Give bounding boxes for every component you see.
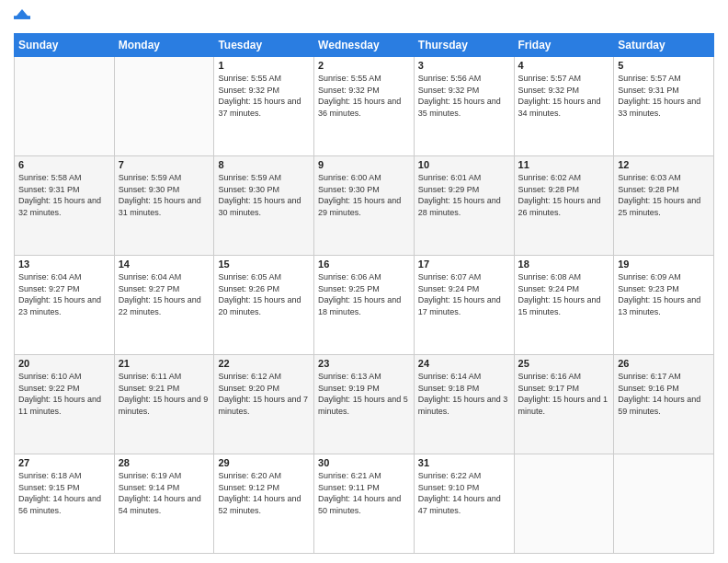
day-number: 29 xyxy=(218,457,310,468)
day-info: Sunrise: 6:10 AMSunset: 9:22 PMDaylight:… xyxy=(18,371,110,417)
day-number: 30 xyxy=(318,457,410,468)
day-info: Sunrise: 6:04 AMSunset: 9:27 PMDaylight:… xyxy=(119,271,210,317)
calendar-cell: 28Sunrise: 6:19 AMSunset: 9:14 PMDayligh… xyxy=(114,454,214,554)
page: SundayMondayTuesdayWednesdayThursdayFrid… xyxy=(0,0,728,563)
calendar-cell xyxy=(15,57,115,156)
weekday-header: Wednesday xyxy=(314,34,415,57)
day-number: 3 xyxy=(418,60,510,71)
day-number: 6 xyxy=(18,159,110,170)
weekday-header: Sunday xyxy=(15,34,115,57)
day-number: 16 xyxy=(318,259,410,270)
day-number: 5 xyxy=(618,60,710,71)
calendar-cell: 14Sunrise: 6:04 AMSunset: 9:27 PMDayligh… xyxy=(114,256,214,355)
calendar-header: SundayMondayTuesdayWednesdayThursdayFrid… xyxy=(15,34,714,57)
day-info: Sunrise: 6:05 AMSunset: 9:26 PMDaylight:… xyxy=(218,271,310,317)
calendar-week-row: 20Sunrise: 6:10 AMSunset: 9:22 PMDayligh… xyxy=(15,355,714,454)
calendar-cell: 18Sunrise: 6:08 AMSunset: 9:24 PMDayligh… xyxy=(514,256,614,355)
day-info: Sunrise: 5:59 AMSunset: 9:30 PMDaylight:… xyxy=(218,172,310,218)
calendar-week-row: 1Sunrise: 5:55 AMSunset: 9:32 PMDaylight… xyxy=(15,57,714,156)
day-number: 1 xyxy=(218,60,310,71)
calendar-week-row: 27Sunrise: 6:18 AMSunset: 9:15 PMDayligh… xyxy=(15,454,714,554)
day-number: 22 xyxy=(218,358,310,369)
calendar-cell: 22Sunrise: 6:12 AMSunset: 9:20 PMDayligh… xyxy=(214,355,314,454)
calendar-cell xyxy=(514,454,614,554)
weekday-header: Saturday xyxy=(614,34,714,57)
calendar-cell: 15Sunrise: 6:05 AMSunset: 9:26 PMDayligh… xyxy=(214,256,314,355)
day-number: 18 xyxy=(518,259,610,270)
day-info: Sunrise: 6:08 AMSunset: 9:24 PMDaylight:… xyxy=(518,271,610,317)
day-number: 13 xyxy=(18,259,110,270)
calendar-cell: 21Sunrise: 6:11 AMSunset: 9:21 PMDayligh… xyxy=(114,355,214,454)
day-number: 12 xyxy=(618,159,710,170)
svg-marker-1 xyxy=(14,9,30,19)
day-number: 10 xyxy=(418,159,510,170)
day-info: Sunrise: 5:56 AMSunset: 9:32 PMDaylight:… xyxy=(418,73,510,119)
calendar-cell: 19Sunrise: 6:09 AMSunset: 9:23 PMDayligh… xyxy=(614,256,714,355)
logo-icon xyxy=(14,9,30,26)
day-number: 11 xyxy=(518,159,610,170)
day-info: Sunrise: 5:57 AMSunset: 9:31 PMDaylight:… xyxy=(618,73,710,119)
calendar-cell: 2Sunrise: 5:55 AMSunset: 9:32 PMDaylight… xyxy=(314,57,415,156)
day-info: Sunrise: 6:00 AMSunset: 9:30 PMDaylight:… xyxy=(318,172,410,218)
calendar-body: 1Sunrise: 5:55 AMSunset: 9:32 PMDaylight… xyxy=(15,57,714,554)
calendar-cell xyxy=(114,57,214,156)
calendar-cell: 25Sunrise: 6:16 AMSunset: 9:17 PMDayligh… xyxy=(514,355,614,454)
day-number: 25 xyxy=(518,358,610,369)
day-number: 26 xyxy=(618,358,710,369)
day-number: 21 xyxy=(119,358,210,369)
day-number: 9 xyxy=(318,159,410,170)
calendar-table: SundayMondayTuesdayWednesdayThursdayFrid… xyxy=(14,33,714,554)
day-info: Sunrise: 6:17 AMSunset: 9:16 PMDaylight:… xyxy=(618,371,710,417)
weekday-row: SundayMondayTuesdayWednesdayThursdayFrid… xyxy=(15,34,714,57)
calendar-cell: 27Sunrise: 6:18 AMSunset: 9:15 PMDayligh… xyxy=(15,454,115,554)
day-info: Sunrise: 6:16 AMSunset: 9:17 PMDaylight:… xyxy=(518,371,610,417)
weekday-header: Friday xyxy=(514,34,614,57)
day-number: 15 xyxy=(218,259,310,270)
day-number: 24 xyxy=(418,358,510,369)
day-info: Sunrise: 6:13 AMSunset: 9:19 PMDaylight:… xyxy=(318,371,410,417)
calendar-cell: 30Sunrise: 6:21 AMSunset: 9:11 PMDayligh… xyxy=(314,454,415,554)
day-number: 2 xyxy=(318,60,410,71)
day-info: Sunrise: 6:03 AMSunset: 9:28 PMDaylight:… xyxy=(618,172,710,218)
day-info: Sunrise: 6:07 AMSunset: 9:24 PMDaylight:… xyxy=(418,271,510,317)
day-info: Sunrise: 6:21 AMSunset: 9:11 PMDaylight:… xyxy=(318,470,410,516)
day-info: Sunrise: 6:09 AMSunset: 9:23 PMDaylight:… xyxy=(618,271,710,317)
logo xyxy=(14,9,32,26)
calendar-week-row: 6Sunrise: 5:58 AMSunset: 9:31 PMDaylight… xyxy=(15,156,714,256)
day-number: 8 xyxy=(218,159,310,170)
calendar-cell: 24Sunrise: 6:14 AMSunset: 9:18 PMDayligh… xyxy=(414,355,514,454)
calendar-cell: 9Sunrise: 6:00 AMSunset: 9:30 PMDaylight… xyxy=(314,156,415,256)
calendar-cell: 17Sunrise: 6:07 AMSunset: 9:24 PMDayligh… xyxy=(414,256,514,355)
day-info: Sunrise: 6:14 AMSunset: 9:18 PMDaylight:… xyxy=(418,371,510,417)
day-info: Sunrise: 6:04 AMSunset: 9:27 PMDaylight:… xyxy=(18,271,110,317)
day-info: Sunrise: 6:20 AMSunset: 9:12 PMDaylight:… xyxy=(218,470,310,516)
calendar-cell: 11Sunrise: 6:02 AMSunset: 9:28 PMDayligh… xyxy=(514,156,614,256)
day-info: Sunrise: 5:59 AMSunset: 9:30 PMDaylight:… xyxy=(119,172,210,218)
calendar-cell: 23Sunrise: 6:13 AMSunset: 9:19 PMDayligh… xyxy=(314,355,415,454)
day-number: 17 xyxy=(418,259,510,270)
day-number: 14 xyxy=(119,259,210,270)
calendar-cell: 7Sunrise: 5:59 AMSunset: 9:30 PMDaylight… xyxy=(114,156,214,256)
day-info: Sunrise: 5:57 AMSunset: 9:32 PMDaylight:… xyxy=(518,73,610,119)
day-info: Sunrise: 6:19 AMSunset: 9:14 PMDaylight:… xyxy=(119,470,210,516)
calendar-cell: 12Sunrise: 6:03 AMSunset: 9:28 PMDayligh… xyxy=(614,156,714,256)
calendar-cell: 3Sunrise: 5:56 AMSunset: 9:32 PMDaylight… xyxy=(414,57,514,156)
calendar-cell: 31Sunrise: 6:22 AMSunset: 9:10 PMDayligh… xyxy=(414,454,514,554)
day-number: 19 xyxy=(618,259,710,270)
day-info: Sunrise: 6:11 AMSunset: 9:21 PMDaylight:… xyxy=(119,371,210,417)
calendar-cell: 16Sunrise: 6:06 AMSunset: 9:25 PMDayligh… xyxy=(314,256,415,355)
header xyxy=(14,9,714,26)
calendar-cell xyxy=(614,454,714,554)
day-number: 7 xyxy=(119,159,210,170)
calendar-cell: 26Sunrise: 6:17 AMSunset: 9:16 PMDayligh… xyxy=(614,355,714,454)
calendar-cell: 5Sunrise: 5:57 AMSunset: 9:31 PMDaylight… xyxy=(614,57,714,156)
weekday-header: Thursday xyxy=(414,34,514,57)
calendar-cell: 6Sunrise: 5:58 AMSunset: 9:31 PMDaylight… xyxy=(15,156,115,256)
day-info: Sunrise: 6:01 AMSunset: 9:29 PMDaylight:… xyxy=(418,172,510,218)
day-info: Sunrise: 6:06 AMSunset: 9:25 PMDaylight:… xyxy=(318,271,410,317)
calendar-cell: 1Sunrise: 5:55 AMSunset: 9:32 PMDaylight… xyxy=(214,57,314,156)
calendar-cell: 8Sunrise: 5:59 AMSunset: 9:30 PMDaylight… xyxy=(214,156,314,256)
calendar-cell: 29Sunrise: 6:20 AMSunset: 9:12 PMDayligh… xyxy=(214,454,314,554)
calendar-cell: 13Sunrise: 6:04 AMSunset: 9:27 PMDayligh… xyxy=(15,256,115,355)
day-number: 31 xyxy=(418,457,510,468)
